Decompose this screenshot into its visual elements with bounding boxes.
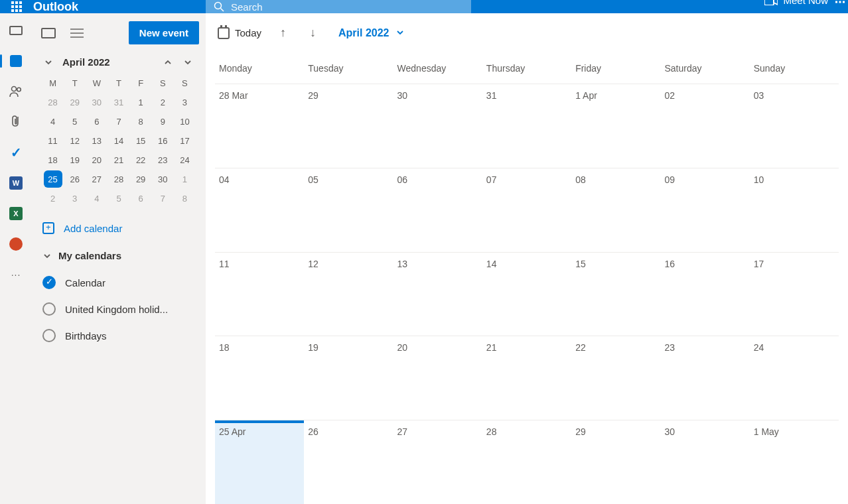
calendar-day[interactable]: 15 [571, 253, 660, 336]
rail-mail[interactable] [8, 23, 24, 38]
calendar-day[interactable]: 16 [660, 253, 749, 336]
mini-day[interactable]: 19 [64, 151, 85, 169]
mini-day[interactable]: 3 [175, 94, 195, 111]
mini-day[interactable]: 30 [86, 94, 107, 111]
mail-outline-icon[interactable] [41, 28, 56, 38]
calendar-day[interactable]: 08 [571, 168, 660, 252]
calendar-checkbox[interactable] [42, 302, 56, 316]
calendar-day[interactable]: 23 [660, 336, 749, 420]
mini-day[interactable]: 2 [153, 94, 173, 111]
calendar-day[interactable]: 27 [393, 420, 482, 504]
mini-day[interactable]: 5 [108, 190, 129, 208]
calendar-day[interactable]: 31 [482, 84, 571, 168]
mini-day[interactable]: 21 [108, 151, 129, 169]
mini-day[interactable]: 4 [42, 113, 63, 131]
arrow-down-icon[interactable] [183, 58, 192, 67]
calendar-day[interactable]: 09 [660, 168, 749, 252]
calendar-day[interactable]: 20 [393, 336, 482, 420]
mini-day[interactable]: 26 [64, 170, 85, 188]
rail-files[interactable] [8, 114, 24, 130]
calendar-day[interactable]: 22 [571, 336, 660, 420]
rail-people[interactable] [8, 84, 24, 99]
calendar-day[interactable]: 12 [304, 253, 393, 336]
calendar-day[interactable]: 29 [571, 420, 660, 504]
mini-day[interactable]: 29 [64, 94, 85, 111]
mini-day[interactable]: 17 [175, 132, 195, 150]
mini-day[interactable]: 30 [153, 170, 173, 188]
mini-day[interactable]: 7 [153, 190, 173, 208]
mini-day[interactable]: 25 [44, 170, 62, 188]
mini-day[interactable]: 28 [108, 170, 129, 188]
mini-day[interactable]: 2 [42, 190, 63, 208]
calendar-day[interactable]: 1 May [750, 420, 839, 504]
mini-day[interactable]: 20 [86, 151, 107, 169]
mini-day[interactable]: 14 [108, 132, 129, 150]
calendar-day[interactable]: 17 [750, 253, 839, 336]
calendar-day[interactable]: 03 [750, 84, 839, 168]
calendar-day[interactable]: 30 [393, 84, 482, 168]
mini-day[interactable]: 7 [108, 113, 129, 131]
my-calendars-header[interactable]: My calendars [38, 246, 199, 265]
calendar-day[interactable]: 10 [750, 168, 839, 252]
app-launcher-icon[interactable] [10, 0, 23, 13]
search-box[interactable] [206, 0, 471, 17]
mini-day[interactable]: 12 [64, 132, 85, 150]
mini-day[interactable]: 10 [175, 113, 195, 131]
calendar-day[interactable]: 04 [215, 168, 304, 252]
calendar-day[interactable]: 21 [482, 336, 571, 420]
calendar-checkbox[interactable] [42, 329, 56, 342]
calendar-day[interactable]: 11 [215, 253, 304, 336]
mini-day[interactable]: 8 [131, 113, 151, 131]
next-arrow-icon[interactable]: ↓ [305, 23, 321, 42]
calendar-day[interactable]: 26 [304, 420, 393, 504]
mini-day[interactable]: 1 [175, 170, 195, 188]
calendar-item[interactable]: Birthdays [38, 322, 199, 349]
search-input[interactable] [231, 1, 463, 13]
mini-day[interactable]: 27 [86, 170, 107, 188]
chevron-down-icon[interactable] [44, 58, 53, 67]
mini-day[interactable]: 13 [86, 132, 107, 150]
rail-word[interactable]: W [8, 175, 24, 191]
calendar-item[interactable]: United Kingdom holid... [38, 296, 199, 322]
mini-day[interactable]: 31 [108, 94, 129, 111]
mini-day[interactable]: 18 [42, 151, 63, 169]
mini-day[interactable]: 22 [131, 151, 151, 169]
mini-day[interactable]: 29 [131, 170, 151, 188]
rail-calendar[interactable] [8, 53, 24, 69]
mini-day[interactable]: 8 [175, 190, 195, 208]
calendar-day[interactable]: 19 [304, 336, 393, 420]
mini-day[interactable]: 1 [131, 94, 151, 111]
mini-day[interactable]: 11 [42, 132, 63, 150]
calendar-day[interactable]: 24 [750, 336, 839, 420]
arrow-up-icon[interactable] [163, 58, 173, 67]
calendar-day[interactable]: 25 Apr [215, 420, 304, 504]
calendar-day[interactable]: 13 [393, 253, 482, 336]
hamburger-icon[interactable] [70, 29, 84, 38]
today-button[interactable]: Today [218, 27, 261, 39]
meet-now-button[interactable]: Meet Now [764, 0, 828, 6]
calendar-day[interactable]: 05 [304, 168, 393, 252]
rail-more[interactable]: ··· [8, 267, 24, 283]
more-apps-icon[interactable] [835, 0, 845, 9]
calendar-item[interactable]: Calendar [38, 269, 199, 296]
month-selector[interactable]: April 2022 [338, 27, 403, 39]
mini-day[interactable]: 23 [153, 151, 173, 169]
mini-day[interactable]: 6 [86, 113, 107, 131]
calendar-day[interactable]: 02 [660, 84, 749, 168]
mini-day[interactable]: 9 [153, 113, 173, 131]
rail-todo[interactable]: ✓ [8, 145, 24, 160]
calendar-day[interactable]: 29 [304, 84, 393, 168]
prev-arrow-icon[interactable]: ↑ [275, 23, 291, 42]
calendar-day[interactable]: 06 [393, 168, 482, 252]
mini-day[interactable]: 28 [42, 94, 63, 111]
mini-day[interactable]: 3 [64, 190, 85, 208]
rail-excel[interactable]: X [8, 206, 24, 221]
add-calendar-button[interactable]: Add calendar [42, 222, 199, 234]
rail-powerpoint[interactable] [8, 236, 24, 252]
mini-day[interactable]: 6 [131, 190, 151, 208]
calendar-day[interactable]: 30 [660, 420, 749, 504]
calendar-day[interactable]: 18 [215, 336, 304, 420]
new-event-button[interactable]: New event [129, 21, 199, 44]
mini-day[interactable]: 4 [86, 190, 107, 208]
calendar-day[interactable]: 28 Mar [215, 84, 304, 168]
